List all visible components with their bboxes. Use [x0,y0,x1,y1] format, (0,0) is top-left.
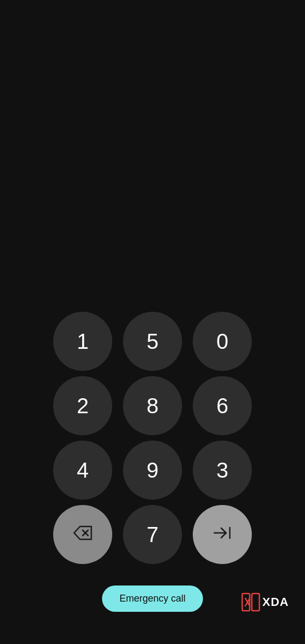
key-8[interactable]: 8 [123,376,182,435]
keypad: 1 5 0 2 8 6 4 [53,312,252,564]
key-7-label: 7 [147,523,158,547]
keypad-row-4: 7 [53,505,252,564]
key-3-label: 3 [216,458,228,482]
key-5-label: 5 [147,330,158,354]
key-6-label: 6 [216,394,228,418]
svg-rect-4 [242,594,250,611]
xda-icon [241,592,260,612]
key-1[interactable]: 1 [53,312,112,371]
backspace-button[interactable] [53,505,112,564]
bottom-bar: Emergency call XDA [0,586,305,612]
key-5[interactable]: 5 [123,312,182,371]
backspace-icon [73,525,92,544]
key-4-label: 4 [77,458,89,482]
keypad-row-1: 1 5 0 [53,312,252,371]
emergency-call-button[interactable]: Emergency call [102,586,202,612]
key-6[interactable]: 6 [193,376,252,435]
key-9-label: 9 [147,458,158,482]
xda-text-label: XDA [263,595,289,609]
key-2-label: 2 [77,394,89,418]
key-0-label: 0 [216,330,228,354]
key-9[interactable]: 9 [123,441,182,500]
key-1-label: 1 [77,330,89,354]
svg-rect-5 [252,594,259,611]
key-0[interactable]: 0 [193,312,252,371]
lock-screen: 1 5 0 2 8 6 4 [0,0,305,644]
confirm-button[interactable] [193,505,252,564]
xda-logo: XDA [241,592,289,612]
key-2[interactable]: 2 [53,376,112,435]
keypad-row-3: 4 9 3 [53,441,252,500]
key-4[interactable]: 4 [53,441,112,500]
key-7[interactable]: 7 [123,505,182,564]
key-3[interactable]: 3 [193,441,252,500]
keypad-row-2: 2 8 6 [53,376,252,435]
arrow-right-icon [213,525,232,544]
key-8-label: 8 [147,394,158,418]
